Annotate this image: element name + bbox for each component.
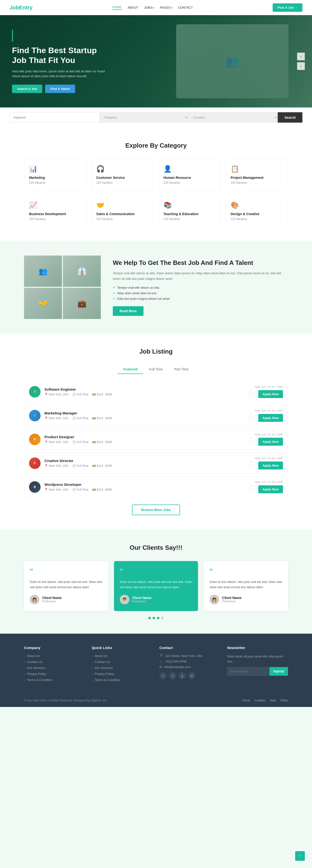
author-avatar-2: 👨 bbox=[120, 595, 129, 604]
footer-link-terms[interactable]: Terms & Condition bbox=[24, 678, 84, 682]
category-hr[interactable]: 👤 Human Resource 123 Vacancy bbox=[159, 159, 221, 190]
tab-fulltime[interactable]: Full Time bbox=[143, 365, 169, 374]
newsletter-email-input[interactable] bbox=[227, 667, 270, 676]
job-meta-2: 📍 New York, USA 🕐 Full Time 💵 $123 - $45… bbox=[44, 416, 245, 420]
job-apply-2[interactable]: Apply Now bbox=[258, 414, 283, 422]
nav-home[interactable]: HOME bbox=[112, 5, 122, 10]
newsletter-signup-button[interactable]: SignUp bbox=[270, 667, 288, 676]
social-twitter[interactable]: t bbox=[169, 672, 176, 679]
footer-phone: 📞 +012-345-6789 bbox=[159, 660, 220, 663]
social-linkedin[interactable]: in bbox=[188, 672, 195, 679]
author-details-3: Client Name Profession bbox=[222, 596, 241, 603]
footer-link-contact[interactable]: Contact Us bbox=[24, 660, 84, 664]
nav-about[interactable]: ABOUT bbox=[128, 6, 138, 9]
nav-pages[interactable]: PAGES bbox=[160, 6, 172, 9]
job-type-2: 🕐 Full Time bbox=[72, 416, 88, 420]
job-logo-3: D bbox=[29, 434, 41, 445]
footer-ql-privacy[interactable]: Privacy Policy bbox=[92, 672, 152, 676]
dot-4[interactable] bbox=[161, 617, 164, 619]
find-talent-button[interactable]: Find A Talent bbox=[45, 85, 75, 93]
footer-ql-contact[interactable]: Contact Us bbox=[92, 660, 152, 664]
search-category-select[interactable]: Category bbox=[99, 112, 188, 123]
category-teaching[interactable]: 📚 Teaching & Education 123 Vacancy bbox=[159, 195, 221, 227]
dot-1[interactable] bbox=[148, 617, 151, 619]
hero-next-button[interactable]: › bbox=[297, 62, 305, 70]
category-design[interactable]: 🎨 Design & Creative 123 Vacancy bbox=[226, 195, 288, 227]
read-more-button[interactable]: Read More bbox=[113, 306, 143, 316]
testimonial-author-1: 👩 Client Name Profession bbox=[30, 595, 102, 604]
category-sales[interactable]: 🤝 Sales & Communication 123 Vacancy bbox=[91, 195, 153, 227]
search-location-select[interactable]: Location bbox=[188, 112, 278, 123]
category-teaching-name: Teaching & Education bbox=[164, 212, 216, 216]
footer-company: Company About Us Contact Us Our Services… bbox=[24, 646, 84, 684]
category-pm[interactable]: 📋 Project Management 123 Vacancy bbox=[226, 159, 288, 190]
job-salary-4: 💵 $123 - $456 bbox=[92, 464, 112, 468]
footer-quicklinks: Quick Links About Us Contact Us Our Serv… bbox=[92, 646, 152, 684]
dot-3[interactable] bbox=[157, 617, 159, 619]
footer-link-about[interactable]: About Us bbox=[24, 654, 84, 658]
testimonials-grid: " Dolor et eos labore, stet justo sed es… bbox=[24, 561, 288, 611]
hr-icon: 👤 bbox=[164, 165, 216, 173]
footer-bottom-home[interactable]: Home bbox=[242, 699, 250, 702]
search-job-button[interactable]: Search A Job bbox=[12, 85, 42, 93]
job-meta-1: 📍 New York, USA 🕐 Full Time 💵 $123 - $45… bbox=[44, 393, 245, 396]
job-salary-3: 💵 $123 - $456 bbox=[92, 440, 112, 444]
footer-newsletter-desc: Dolor amet sit justo amet elitr clita ip… bbox=[227, 654, 288, 664]
job-save-4[interactable]: ♡ bbox=[249, 462, 256, 469]
job-type-4: 🕐 Full Time bbox=[72, 464, 88, 468]
footer-newsletter: Newsletter Dolor amet sit justo amet eli… bbox=[227, 646, 288, 684]
tab-featured[interactable]: Featured bbox=[117, 365, 143, 374]
category-customer-service[interactable]: 🎧 Customer Service 123 Vacancy bbox=[91, 159, 153, 190]
footer-ql-services[interactable]: Our Services bbox=[92, 666, 152, 670]
talent-img-4: 💼 bbox=[63, 288, 101, 319]
nav-contact[interactable]: CONTACT bbox=[178, 6, 193, 9]
post-job-button[interactable]: Post A Job → bbox=[273, 3, 302, 12]
job-save-1[interactable]: ♡ bbox=[249, 390, 256, 398]
footer-link-privacy[interactable]: Privacy Policy bbox=[24, 672, 84, 676]
job-apply-1[interactable]: Apply Now bbox=[258, 390, 283, 398]
dot-2[interactable] bbox=[153, 617, 155, 619]
site-logo[interactable]: JobEntry bbox=[10, 5, 32, 11]
job-apply-3[interactable]: Apply Now bbox=[258, 438, 283, 446]
sales-icon: 🤝 bbox=[96, 201, 148, 209]
social-youtube[interactable]: y bbox=[179, 672, 186, 679]
job-apply-4[interactable]: Apply Now bbox=[258, 462, 283, 469]
job-date-5: Date Line: 01 Jan, 2045 bbox=[249, 480, 283, 484]
hero-prev-button[interactable]: ‹ bbox=[297, 53, 305, 60]
talent-inner: 👥 👔 🤝 💼 We Help To Get The Best Job And … bbox=[24, 255, 288, 319]
category-sales-vacancy: 123 Vacancy bbox=[96, 217, 148, 221]
job-save-5[interactable]: ♡ bbox=[249, 485, 256, 493]
category-teaching-vacancy: 123 Vacancy bbox=[164, 217, 216, 221]
search-keyword-input[interactable] bbox=[10, 112, 99, 123]
footer-ql-terms[interactable]: Terms & Condition bbox=[92, 678, 152, 682]
footer-bottom-fqas[interactable]: FQAs bbox=[281, 699, 288, 702]
category-marketing[interactable]: 📊 Marketing 123 Vacancy bbox=[24, 159, 86, 190]
footer-bottom-cookies[interactable]: Cookies bbox=[255, 699, 265, 702]
category-biz-dev[interactable]: 📈 Business Development 123 Vacancy bbox=[24, 195, 86, 227]
author-avatar-1: 👩 bbox=[30, 595, 39, 604]
job-save-2[interactable]: ♡ bbox=[249, 414, 256, 422]
hero-buttons: Search A Job Find A Talent bbox=[12, 85, 113, 93]
testimonials-section: Our Clients Say!!! " Dolor et eos labore… bbox=[0, 530, 312, 633]
social-facebook[interactable]: f bbox=[159, 672, 167, 679]
footer-ql-about[interactable]: About Us bbox=[92, 654, 152, 658]
tab-parttime[interactable]: Part Time bbox=[169, 365, 195, 374]
job-actions-2: Date Line: 01 Jan, 2045 ♡ Apply Now bbox=[249, 409, 283, 422]
category-biz-dev-vacancy: 123 Vacancy bbox=[29, 217, 81, 221]
testimonial-text-2: Dolor et eva labore, stet justo sed est … bbox=[120, 579, 193, 590]
footer-quicklinks-title: Quick Links bbox=[92, 646, 152, 650]
job-save-3[interactable]: ♡ bbox=[249, 438, 256, 445]
footer-bottom-links: Home Cookies Help FQAs bbox=[242, 699, 288, 702]
footer-bottom-help[interactable]: Help bbox=[270, 699, 276, 702]
browse-more-button[interactable]: Browse More Jobs bbox=[132, 504, 180, 515]
search-button[interactable]: Search bbox=[278, 112, 302, 123]
nav-jobs[interactable]: JOBS bbox=[144, 6, 154, 9]
phone-icon: 📞 bbox=[159, 660, 163, 663]
footer-link-services[interactable]: Our Services bbox=[24, 666, 84, 670]
job-apply-5[interactable]: Apply Now bbox=[258, 485, 283, 493]
testimonial-3: " Dolor et eos labore, stet justo sed es… bbox=[204, 561, 288, 611]
job-list: T Software Engineer 📍 New York, USA 🕐 Fu… bbox=[24, 381, 288, 497]
footer-grid: Company About Us Contact Us Our Services… bbox=[24, 646, 288, 684]
footer-email: ✉ info@example.com bbox=[159, 665, 220, 669]
footer-social: f t y in bbox=[159, 672, 220, 679]
